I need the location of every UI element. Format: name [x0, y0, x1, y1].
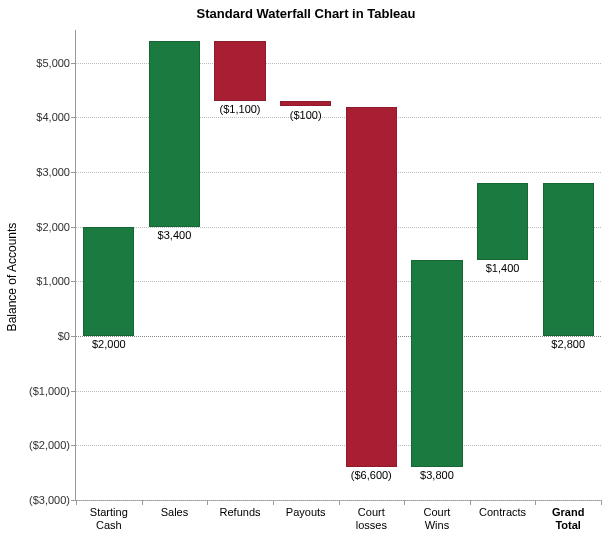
y-tick-label: ($2,000): [29, 439, 76, 451]
x-tick-mark: [339, 500, 340, 505]
bar-payouts: [280, 101, 331, 106]
x-tick-mark: [535, 500, 536, 505]
x-tick-mark: [470, 500, 471, 505]
y-axis-label: Balance of Accounts: [5, 222, 19, 331]
x-tick-mark: [273, 500, 274, 505]
x-tick-mark: [76, 500, 77, 505]
y-tick-label: ($1,000): [29, 385, 76, 397]
grid-line: [76, 445, 601, 446]
y-tick-label: $4,000: [36, 111, 76, 123]
bar-starting-cash: [83, 227, 134, 336]
grid-line: [76, 336, 601, 337]
bar-refunds: [214, 41, 265, 101]
waterfall-chart: Standard Waterfall Chart in Tableau Bala…: [0, 0, 612, 553]
bar-value-label: $3,800: [387, 469, 487, 481]
x-tick-mark: [601, 500, 602, 505]
x-tick-mark: [404, 500, 405, 505]
y-tick-label: $1,000: [36, 275, 76, 287]
y-axis-label-wrap: Balance of Accounts: [4, 0, 20, 553]
bar-value-label: $2,000: [59, 338, 159, 350]
y-tick-label: $2,000: [36, 221, 76, 233]
y-tick-label: $5,000: [36, 57, 76, 69]
y-tick-label: $3,000: [36, 166, 76, 178]
y-tick-label: ($3,000): [29, 494, 76, 506]
grid-line: [76, 391, 601, 392]
bar-court-losses: [346, 107, 397, 468]
x-tick-mark: [142, 500, 143, 505]
x-tick-mark: [207, 500, 208, 505]
plot-area: ($3,000)($2,000)($1,000)$0$1,000$2,000$3…: [75, 30, 601, 501]
bar-value-label: $2,800: [518, 338, 612, 350]
bar-value-label: ($100): [256, 109, 356, 121]
x-category-label: GrandTotal: [518, 506, 612, 531]
bar-sales: [149, 41, 200, 227]
bar-grand-total: [543, 183, 594, 336]
bar-contracts: [477, 183, 528, 260]
grid-line: [76, 281, 601, 282]
bar-value-label: $3,400: [124, 229, 224, 241]
chart-title: Standard Waterfall Chart in Tableau: [0, 6, 612, 21]
bar-court-wins: [411, 260, 462, 468]
bar-value-label: $1,400: [453, 262, 553, 274]
